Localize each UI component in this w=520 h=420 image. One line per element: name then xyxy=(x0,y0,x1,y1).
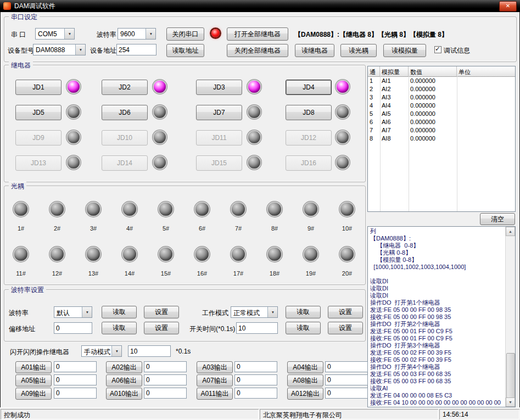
baud-default-select[interactable]: 默认 xyxy=(54,306,92,318)
opto-light-1 xyxy=(14,203,27,216)
opto-label-12: 12# xyxy=(46,270,68,277)
opto-light-5 xyxy=(159,203,172,216)
scroll-down-icon[interactable] xyxy=(506,397,515,407)
chevron-down-icon[interactable] xyxy=(146,29,155,39)
analog-ch: 8 xyxy=(368,135,380,143)
relay-light-jd2 xyxy=(154,81,166,93)
opto-label-19: 19# xyxy=(300,270,322,277)
table-grid-line xyxy=(409,76,409,211)
analog-header-ch[interactable]: 通 xyxy=(368,66,380,76)
address-input[interactable] xyxy=(116,44,156,55)
chevron-down-icon[interactable] xyxy=(267,307,277,317)
flash-time-input[interactable] xyxy=(128,345,171,357)
debug-info-checkbox[interactable] xyxy=(434,46,441,53)
close-all-relays-button[interactable]: 关闭全部继电器 xyxy=(227,44,288,57)
baud-read-button[interactable]: 读取 xyxy=(102,306,137,318)
baud-set-button[interactable]: 设置 xyxy=(144,306,179,318)
switch-time-read-button[interactable]: 读取 xyxy=(286,322,321,334)
close-button[interactable]: ✕ xyxy=(499,1,517,12)
ao10-output-button[interactable]: A010输出 xyxy=(106,388,142,400)
status-company: 北京聚英翱翔电子有限公司 xyxy=(260,409,438,419)
chevron-down-icon[interactable] xyxy=(82,307,92,317)
relay-light-jd3 xyxy=(248,81,260,93)
device-summary: 【DAM0888】:【继电器 8】【光耦 8】【模拟量 8】 xyxy=(294,30,448,40)
ao5-value-input[interactable] xyxy=(54,374,97,385)
relay-button-jd7[interactable]: JD7 xyxy=(196,105,242,120)
ao4-value-input[interactable] xyxy=(325,361,368,372)
ao12-output-button[interactable]: A012输出 xyxy=(287,388,323,400)
scrollbar-thumb[interactable] xyxy=(506,353,515,398)
relay-button-jd6[interactable]: JD6 xyxy=(102,105,148,120)
clear-button[interactable]: 清空 xyxy=(480,213,515,225)
ao7-value-input[interactable] xyxy=(234,374,277,385)
ao8-output-button[interactable]: A08输出 xyxy=(287,374,323,387)
ao12-value-input[interactable] xyxy=(325,388,368,399)
read-address-button[interactable]: 读取地址 xyxy=(166,44,204,57)
relay-light-jd6 xyxy=(154,106,166,118)
port-label: 串 口 xyxy=(11,30,26,40)
relay-light-jd15 xyxy=(248,156,260,169)
opto-label-15: 15# xyxy=(155,270,177,277)
port-value: COM5 xyxy=(36,29,64,39)
relay-button-jd5[interactable]: JD5 xyxy=(15,105,61,120)
analog-header-name[interactable]: 模拟量 xyxy=(380,66,409,76)
offset-read-button[interactable]: 读取 xyxy=(102,322,137,334)
read-opto-button[interactable]: 读光耦 xyxy=(340,44,377,57)
baudrate-select[interactable]: 9600 xyxy=(118,28,156,40)
ao9-output-button[interactable]: A09输出 xyxy=(15,388,52,400)
ao1-output-button[interactable]: A01输出 xyxy=(15,361,52,373)
ao11-value-input[interactable] xyxy=(234,388,277,399)
ao3-output-button[interactable]: A03输出 xyxy=(197,361,233,373)
opto-label-14: 14# xyxy=(119,270,141,277)
ao1-value-input[interactable] xyxy=(54,361,97,372)
opto-light-11 xyxy=(14,248,27,261)
chevron-down-icon[interactable] xyxy=(64,29,74,39)
open-all-relays-button[interactable]: 打开全部继电器 xyxy=(227,27,288,41)
ao3-value-input[interactable] xyxy=(234,361,277,372)
read-analog-button[interactable]: 读模拟量 xyxy=(383,44,426,57)
scroll-up-icon[interactable] xyxy=(506,227,515,236)
ao8-value-input[interactable] xyxy=(325,374,368,385)
analog-header-value[interactable]: 数值 xyxy=(409,66,457,76)
close-serial-button[interactable]: 关闭串口 xyxy=(166,27,204,41)
port-select[interactable]: COM5 xyxy=(35,28,75,40)
switch-time-input[interactable] xyxy=(236,322,278,334)
chevron-down-icon[interactable] xyxy=(75,44,85,55)
relay-light-jd5 xyxy=(68,106,80,118)
ao5-output-button[interactable]: A05输出 xyxy=(15,374,52,387)
analog-value: 0.000000 xyxy=(409,110,457,118)
relay-button-jd1[interactable]: JD1 xyxy=(15,80,61,95)
ao7-output-button[interactable]: A07输出 xyxy=(197,374,233,387)
workmode-set-button[interactable]: 设置 xyxy=(328,306,363,318)
analog-header-unit[interactable]: 单位 xyxy=(457,66,515,76)
workmode-select[interactable]: 正常模式 xyxy=(231,306,278,318)
analog-value: 0.000000 xyxy=(409,126,457,135)
ao2-output-button[interactable]: A02输出 xyxy=(106,361,142,373)
switch-time-set-button[interactable]: 设置 xyxy=(328,322,363,334)
ao4-output-button[interactable]: A04输出 xyxy=(287,361,323,373)
relay-button-jd3[interactable]: JD3 xyxy=(196,80,242,95)
chevron-down-icon[interactable] xyxy=(111,346,121,356)
ao10-value-input[interactable] xyxy=(144,388,187,399)
relay-button-jd2[interactable]: JD2 xyxy=(102,80,148,95)
analog-ch: 1 xyxy=(368,77,380,85)
log-scrollbar[interactable] xyxy=(505,227,515,407)
flash-unit-label: *0.1s xyxy=(176,348,191,355)
offset-input[interactable] xyxy=(54,322,92,334)
ao2-value-input[interactable] xyxy=(144,361,187,372)
debug-info-label: 调试信息 xyxy=(444,46,470,55)
workmode-read-button[interactable]: 读取 xyxy=(286,306,321,318)
relay-button-jd8[interactable]: JD8 xyxy=(286,105,332,120)
ao6-output-button[interactable]: A06输出 xyxy=(106,374,142,387)
analog-unit xyxy=(457,110,515,118)
analog-name: AI6 xyxy=(380,118,409,126)
ao11-output-button[interactable]: A011输出 xyxy=(197,388,233,400)
analog-value: 0.000000 xyxy=(409,77,457,85)
relay-button-jd4[interactable]: JD4 xyxy=(286,80,332,95)
read-relay-button[interactable]: 读继电器 xyxy=(295,44,334,57)
model-select[interactable]: DAM0888 xyxy=(33,44,86,55)
ao9-value-input[interactable] xyxy=(54,388,97,399)
ao6-value-input[interactable] xyxy=(144,374,187,385)
offset-set-button[interactable]: 设置 xyxy=(144,322,179,334)
flash-mode-select[interactable]: 手动模式 xyxy=(81,345,122,357)
